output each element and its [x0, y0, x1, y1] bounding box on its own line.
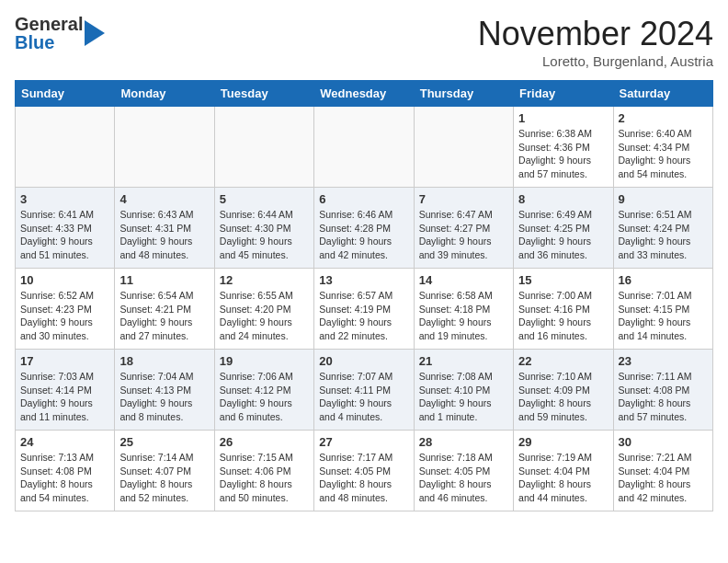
logo-triangle-icon — [85, 20, 105, 46]
day-info: Sunrise: 6:54 AM Sunset: 4:21 PM Dayligh… — [119, 289, 209, 343]
day-info: Sunrise: 6:41 AM Sunset: 4:33 PM Dayligh… — [20, 208, 109, 262]
calendar-day-cell: 28Sunrise: 7:18 AM Sunset: 4:05 PM Dayli… — [414, 431, 513, 511]
day-number: 8 — [518, 192, 608, 206]
day-info: Sunrise: 7:01 AM Sunset: 4:15 PM Dayligh… — [619, 289, 708, 343]
day-info: Sunrise: 7:14 AM Sunset: 4:07 PM Dayligh… — [119, 451, 209, 505]
day-number: 5 — [220, 192, 309, 206]
day-info: Sunrise: 7:11 AM Sunset: 4:08 PM Dayligh… — [619, 370, 708, 424]
calendar-day-cell: 30Sunrise: 7:21 AM Sunset: 4:04 PM Dayli… — [613, 431, 712, 511]
day-info: Sunrise: 6:51 AM Sunset: 4:24 PM Dayligh… — [619, 208, 708, 262]
day-info: Sunrise: 6:38 AM Sunset: 4:36 PM Dayligh… — [518, 127, 608, 181]
calendar-day-cell: 11Sunrise: 6:54 AM Sunset: 4:21 PM Dayli… — [115, 269, 214, 350]
calendar-day-cell: 9Sunrise: 6:51 AM Sunset: 4:24 PM Daylig… — [613, 188, 712, 269]
day-info: Sunrise: 6:49 AM Sunset: 4:25 PM Dayligh… — [518, 208, 608, 262]
calendar-day-cell: 27Sunrise: 7:17 AM Sunset: 4:05 PM Dayli… — [314, 431, 414, 511]
calendar-day-cell: 25Sunrise: 7:14 AM Sunset: 4:07 PM Dayli… — [115, 431, 214, 511]
calendar-week-row: 3Sunrise: 6:41 AM Sunset: 4:33 PM Daylig… — [16, 188, 713, 269]
day-number: 25 — [119, 435, 209, 449]
day-info: Sunrise: 7:03 AM Sunset: 4:14 PM Dayligh… — [20, 370, 109, 424]
day-number: 15 — [518, 273, 608, 287]
weekday-header-friday: Friday — [514, 81, 613, 107]
day-info: Sunrise: 6:46 AM Sunset: 4:28 PM Dayligh… — [319, 208, 408, 262]
calendar-day-cell: 2Sunrise: 6:40 AM Sunset: 4:34 PM Daylig… — [613, 107, 712, 188]
weekday-header-sunday: Sunday — [16, 81, 115, 107]
day-number: 11 — [119, 273, 209, 287]
calendar-day-cell: 21Sunrise: 7:08 AM Sunset: 4:10 PM Dayli… — [414, 350, 513, 431]
day-info: Sunrise: 6:55 AM Sunset: 4:20 PM Dayligh… — [220, 289, 309, 343]
page-header: General Blue November 2024 Loretto, Burg… — [15, 15, 713, 69]
day-number: 13 — [319, 273, 408, 287]
calendar-day-cell — [214, 107, 313, 188]
calendar-day-cell: 10Sunrise: 6:52 AM Sunset: 4:23 PM Dayli… — [16, 269, 115, 350]
weekday-header-monday: Monday — [115, 81, 214, 107]
day-info: Sunrise: 6:52 AM Sunset: 4:23 PM Dayligh… — [20, 289, 109, 343]
day-info: Sunrise: 6:44 AM Sunset: 4:30 PM Dayligh… — [220, 208, 309, 262]
calendar-day-cell — [314, 107, 414, 188]
calendar-day-cell: 26Sunrise: 7:15 AM Sunset: 4:06 PM Dayli… — [214, 431, 313, 511]
calendar-day-cell: 19Sunrise: 7:06 AM Sunset: 4:12 PM Dayli… — [214, 350, 313, 431]
calendar-day-cell: 24Sunrise: 7:13 AM Sunset: 4:08 PM Dayli… — [16, 431, 115, 511]
day-number: 27 — [319, 435, 408, 449]
calendar-table: SundayMondayTuesdayWednesdayThursdayFrid… — [15, 80, 713, 511]
day-info: Sunrise: 7:04 AM Sunset: 4:13 PM Dayligh… — [119, 370, 209, 424]
day-number: 20 — [319, 354, 408, 368]
day-info: Sunrise: 6:58 AM Sunset: 4:18 PM Dayligh… — [419, 289, 508, 343]
calendar-header-row: SundayMondayTuesdayWednesdayThursdayFrid… — [16, 81, 713, 107]
calendar-day-cell: 12Sunrise: 6:55 AM Sunset: 4:20 PM Dayli… — [214, 269, 313, 350]
calendar-day-cell: 3Sunrise: 6:41 AM Sunset: 4:33 PM Daylig… — [16, 188, 115, 269]
logo-general: General — [15, 15, 83, 33]
day-number: 28 — [419, 435, 508, 449]
day-number: 10 — [20, 273, 109, 287]
weekday-header-saturday: Saturday — [613, 81, 712, 107]
calendar-day-cell: 5Sunrise: 6:44 AM Sunset: 4:30 PM Daylig… — [214, 188, 313, 269]
day-info: Sunrise: 6:40 AM Sunset: 4:34 PM Dayligh… — [619, 127, 708, 181]
calendar-day-cell: 17Sunrise: 7:03 AM Sunset: 4:14 PM Dayli… — [16, 350, 115, 431]
calendar-day-cell: 15Sunrise: 7:00 AM Sunset: 4:16 PM Dayli… — [514, 269, 613, 350]
day-number: 23 — [619, 354, 708, 368]
day-info: Sunrise: 7:19 AM Sunset: 4:04 PM Dayligh… — [518, 451, 608, 505]
calendar-day-cell: 16Sunrise: 7:01 AM Sunset: 4:15 PM Dayli… — [613, 269, 712, 350]
weekday-header-wednesday: Wednesday — [314, 81, 414, 107]
calendar-week-row: 17Sunrise: 7:03 AM Sunset: 4:14 PM Dayli… — [16, 350, 713, 431]
calendar-week-row: 1Sunrise: 6:38 AM Sunset: 4:36 PM Daylig… — [16, 107, 713, 188]
day-number: 3 — [20, 192, 109, 206]
calendar-day-cell: 8Sunrise: 6:49 AM Sunset: 4:25 PM Daylig… — [514, 188, 613, 269]
calendar-day-cell — [414, 107, 513, 188]
calendar-day-cell: 13Sunrise: 6:57 AM Sunset: 4:19 PM Dayli… — [314, 269, 414, 350]
title-section: November 2024 Loretto, Burgenland, Austr… — [478, 15, 713, 69]
logo: General Blue — [15, 15, 105, 52]
day-number: 14 — [419, 273, 508, 287]
calendar-week-row: 10Sunrise: 6:52 AM Sunset: 4:23 PM Dayli… — [16, 269, 713, 350]
day-info: Sunrise: 7:13 AM Sunset: 4:08 PM Dayligh… — [20, 451, 109, 505]
day-number: 21 — [419, 354, 508, 368]
day-info: Sunrise: 7:06 AM Sunset: 4:12 PM Dayligh… — [220, 370, 309, 424]
day-info: Sunrise: 6:47 AM Sunset: 4:27 PM Dayligh… — [419, 208, 508, 262]
day-number: 29 — [518, 435, 608, 449]
month-title: November 2024 — [478, 15, 713, 53]
calendar-week-row: 24Sunrise: 7:13 AM Sunset: 4:08 PM Dayli… — [16, 431, 713, 511]
day-info: Sunrise: 7:17 AM Sunset: 4:05 PM Dayligh… — [319, 451, 408, 505]
calendar-day-cell: 7Sunrise: 6:47 AM Sunset: 4:27 PM Daylig… — [414, 188, 513, 269]
weekday-header-thursday: Thursday — [414, 81, 513, 107]
day-number: 26 — [220, 435, 309, 449]
day-number: 2 — [619, 111, 708, 125]
day-number: 1 — [518, 111, 608, 125]
calendar-day-cell: 1Sunrise: 6:38 AM Sunset: 4:36 PM Daylig… — [514, 107, 613, 188]
svg-marker-0 — [85, 20, 105, 46]
day-number: 6 — [319, 192, 408, 206]
day-info: Sunrise: 7:15 AM Sunset: 4:06 PM Dayligh… — [220, 451, 309, 505]
day-number: 12 — [220, 273, 309, 287]
location-subtitle: Loretto, Burgenland, Austria — [478, 53, 713, 69]
day-info: Sunrise: 6:57 AM Sunset: 4:19 PM Dayligh… — [319, 289, 408, 343]
day-number: 18 — [119, 354, 209, 368]
day-info: Sunrise: 7:18 AM Sunset: 4:05 PM Dayligh… — [419, 451, 508, 505]
day-number: 9 — [619, 192, 708, 206]
calendar-day-cell: 20Sunrise: 7:07 AM Sunset: 4:11 PM Dayli… — [314, 350, 414, 431]
day-number: 30 — [619, 435, 708, 449]
day-number: 22 — [518, 354, 608, 368]
day-number: 4 — [119, 192, 209, 206]
day-info: Sunrise: 7:00 AM Sunset: 4:16 PM Dayligh… — [518, 289, 608, 343]
day-info: Sunrise: 7:10 AM Sunset: 4:09 PM Dayligh… — [518, 370, 608, 424]
day-info: Sunrise: 7:08 AM Sunset: 4:10 PM Dayligh… — [419, 370, 508, 424]
day-info: Sunrise: 6:43 AM Sunset: 4:31 PM Dayligh… — [119, 208, 209, 262]
